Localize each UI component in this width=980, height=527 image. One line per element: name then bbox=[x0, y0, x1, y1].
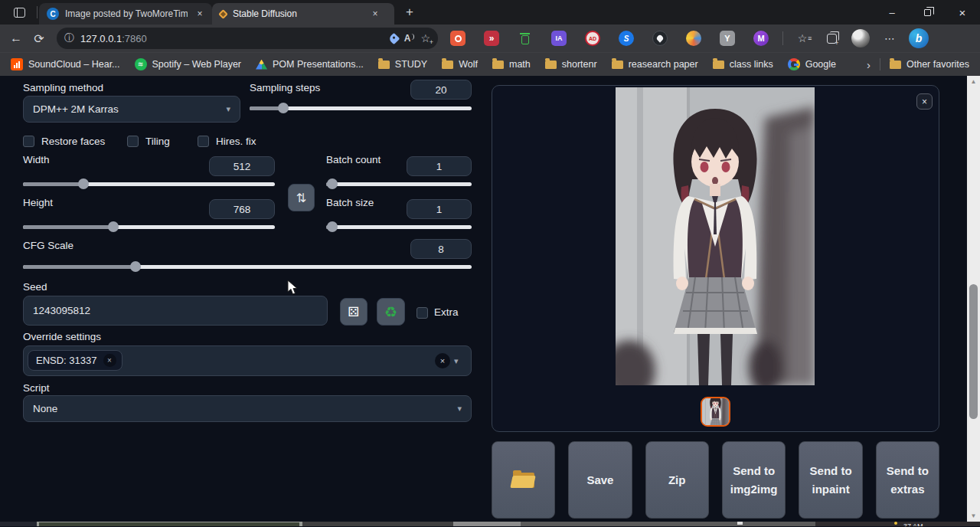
read-aloud-icon[interactable]: A bbox=[404, 33, 415, 44]
extra-seed-label: Extra bbox=[434, 306, 459, 318]
tab-close-icon[interactable]: × bbox=[369, 8, 381, 20]
height-slider[interactable] bbox=[23, 221, 275, 232]
sampling-steps-input[interactable]: 20 bbox=[410, 80, 472, 100]
tab-actions-button[interactable] bbox=[6, 2, 32, 23]
extension-y-icon[interactable]: Y bbox=[718, 29, 737, 47]
clear-all-icon[interactable]: × bbox=[435, 353, 450, 368]
add-favorite-icon[interactable]: ☆ bbox=[420, 32, 430, 44]
settings-menu-icon[interactable]: ⋯ bbox=[878, 28, 901, 49]
bookmark-google[interactable]: Google bbox=[788, 58, 836, 70]
extra-seed-checkbox[interactable] bbox=[416, 307, 428, 319]
folder-icon bbox=[612, 61, 623, 69]
swap-dimensions-button[interactable]: ⇅ bbox=[288, 184, 315, 211]
vertical-scrollbar[interactable]: ▲ ▼ bbox=[967, 76, 980, 522]
send-to-inpaint-button[interactable]: Send to inpaint bbox=[799, 441, 862, 519]
folder-icon bbox=[442, 61, 453, 69]
scroll-up-icon[interactable]: ▲ bbox=[967, 76, 980, 87]
extension-globe-icon[interactable] bbox=[684, 29, 703, 47]
address-bar[interactable]: ⓘ 127.0.0.1:7860 A ☆ bbox=[57, 28, 438, 49]
override-settings-label: Override settings bbox=[23, 331, 101, 342]
collections-icon[interactable] bbox=[820, 28, 843, 49]
restore-button[interactable] bbox=[910, 0, 945, 25]
extension-pin-icon[interactable] bbox=[651, 29, 669, 47]
output-gallery: × bbox=[492, 85, 939, 432]
bookmarks-overflow-chevron[interactable]: › bbox=[867, 58, 871, 71]
bookmark-folder-math[interactable]: math bbox=[492, 59, 531, 70]
width-input[interactable]: 512 bbox=[209, 156, 275, 176]
remove-chip-icon[interactable]: × bbox=[103, 354, 116, 367]
spotify-icon: ≋ bbox=[135, 58, 147, 70]
bookmark-soundcloud[interactable]: SoundCloud – Hear... bbox=[11, 58, 120, 70]
tiling-checkbox[interactable] bbox=[127, 136, 139, 147]
bookmark-folder-classlinks[interactable]: class links bbox=[713, 59, 773, 70]
sampling-method-select[interactable]: DPM++ 2M Karras ▾ bbox=[23, 96, 240, 123]
generated-image[interactable] bbox=[616, 87, 815, 385]
close-gallery-button[interactable]: × bbox=[916, 93, 933, 110]
seed-input[interactable]: 1243095812 bbox=[23, 296, 328, 326]
cfg-scale-label: CFG Scale bbox=[23, 240, 74, 251]
script-label: Script bbox=[23, 382, 50, 394]
refresh-button[interactable]: ⟳ bbox=[28, 28, 51, 49]
batch-size-slider[interactable] bbox=[326, 221, 472, 232]
site-info-icon[interactable]: ⓘ bbox=[64, 31, 74, 45]
tab-close-icon[interactable]: × bbox=[194, 8, 206, 20]
bookmark-folder-shortenr[interactable]: shortenr bbox=[545, 59, 597, 70]
gallery-thumbnail[interactable] bbox=[701, 397, 730, 427]
hires-fix-checkbox[interactable] bbox=[198, 136, 209, 147]
open-folder-button[interactable] bbox=[492, 441, 555, 519]
extension-monica-icon[interactable]: M bbox=[752, 29, 770, 47]
reuse-seed-button[interactable]: ♻ bbox=[377, 298, 405, 326]
seed-label: Seed bbox=[23, 281, 47, 293]
taskbar-sliver: 37 AM bbox=[0, 522, 980, 526]
restore-faces-checkbox[interactable] bbox=[23, 136, 34, 147]
batch-count-slider[interactable] bbox=[326, 178, 472, 189]
restore-icon bbox=[924, 9, 931, 16]
tab-stable-diffusion[interactable]: Stable Diffusion × bbox=[212, 3, 394, 25]
width-slider[interactable] bbox=[23, 178, 275, 189]
send-to-extras-button[interactable]: Send to extras bbox=[876, 441, 939, 519]
chevron-down-icon[interactable]: ▾ bbox=[454, 356, 459, 366]
bookmark-other-favorites[interactable]: Other favorites bbox=[890, 59, 969, 70]
scrollbar-thumb[interactable] bbox=[969, 284, 978, 419]
minimize-button[interactable]: – bbox=[874, 0, 910, 25]
script-select[interactable]: None ▾ bbox=[23, 395, 472, 422]
save-button[interactable]: Save bbox=[568, 441, 632, 519]
extension-ia-icon[interactable]: IA bbox=[550, 29, 568, 47]
batch-size-label: Batch size bbox=[326, 197, 374, 208]
scroll-down-icon[interactable]: ▼ bbox=[967, 510, 980, 522]
favorites-bar-icon[interactable]: ☆ bbox=[791, 28, 814, 49]
extension-trash-icon[interactable] bbox=[516, 29, 534, 47]
cfg-scale-input[interactable]: 8 bbox=[410, 239, 472, 259]
send-to-img2img-button[interactable]: Send to img2img bbox=[722, 441, 786, 519]
extension-o-icon[interactable] bbox=[449, 29, 467, 47]
recycle-icon: ♻ bbox=[384, 303, 397, 321]
bing-chat-icon[interactable]: b bbox=[907, 28, 930, 49]
cfg-scale-slider[interactable] bbox=[23, 261, 472, 272]
bookmark-folder-research[interactable]: reasearch paper bbox=[612, 59, 698, 70]
batch-size-input[interactable]: 1 bbox=[407, 199, 472, 219]
bookmark-spotify[interactable]: ≋Spotify – Web Player bbox=[135, 58, 242, 70]
bookmark-pom[interactable]: POM Presentations... bbox=[256, 59, 364, 70]
override-chip-ensd[interactable]: ENSD: 31337 × bbox=[28, 350, 122, 371]
mouse-cursor bbox=[287, 280, 298, 295]
random-seed-button[interactable]: ⚄ bbox=[340, 298, 368, 326]
new-tab-button[interactable]: + bbox=[399, 2, 420, 23]
civitai-icon: C bbox=[47, 8, 59, 20]
back-button[interactable]: ← bbox=[5, 28, 28, 49]
shopping-tag-icon[interactable] bbox=[387, 32, 400, 44]
height-label: Height bbox=[23, 197, 53, 208]
bookmark-folder-wolf[interactable]: Wolf bbox=[442, 59, 478, 70]
sampling-steps-label: Sampling steps bbox=[250, 82, 320, 93]
batch-count-input[interactable]: 1 bbox=[407, 156, 472, 176]
profile-avatar[interactable] bbox=[849, 28, 872, 49]
tab-image-posted[interactable]: C Image posted by TwoMoreTimes × bbox=[39, 3, 212, 25]
height-input[interactable]: 768 bbox=[209, 199, 275, 219]
extension-adblock-icon[interactable]: AD bbox=[583, 29, 602, 47]
close-window-button[interactable]: × bbox=[945, 0, 980, 25]
bookmark-folder-study[interactable]: STUDY bbox=[378, 59, 427, 70]
extension-shazam-icon[interactable]: S bbox=[617, 29, 635, 47]
zip-button[interactable]: Zip bbox=[645, 441, 709, 519]
sampling-steps-slider[interactable] bbox=[250, 103, 472, 113]
tab-actions-icon bbox=[14, 8, 25, 18]
extension-speed-icon[interactable]: » bbox=[482, 29, 501, 47]
